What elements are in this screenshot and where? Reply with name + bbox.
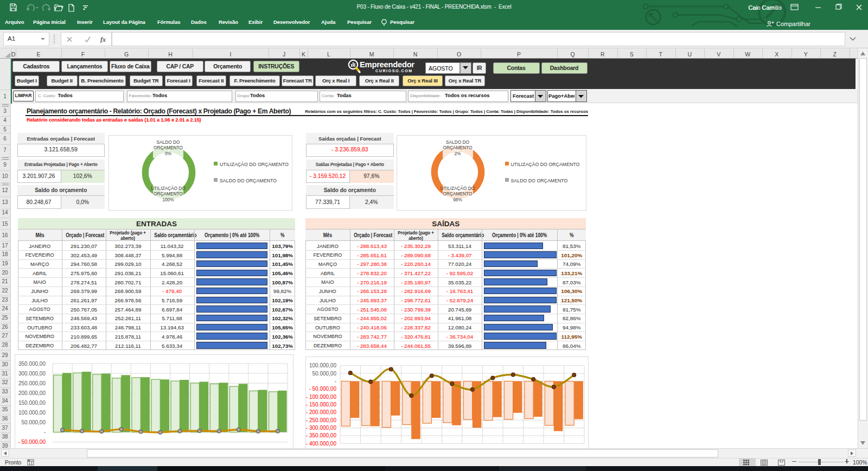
- svg-text:- 100.000,00: - 100.000,00: [306, 394, 337, 400]
- svg-text:- 250.000,00: - 250.000,00: [306, 417, 337, 423]
- svg-text:- 400.000,00: - 400.000,00: [306, 441, 337, 447]
- svg-text:-: -: [44, 429, 46, 435]
- svg-text:100.000,00: 100.000,00: [18, 410, 46, 416]
- svg-text:- 200.000,00: - 200.000,00: [306, 409, 337, 415]
- svg-text:100.000,00: 100.000,00: [309, 362, 336, 368]
- svg-text:50.000,00: 50.000,00: [22, 419, 46, 425]
- svg-text:- 50.000,00: - 50.000,00: [309, 386, 336, 392]
- svg-text:200.000,00: 200.000,00: [18, 390, 46, 396]
- svg-text:300.000,00: 300.000,00: [18, 371, 46, 377]
- svg-text:- 50.000,00: - 50.000,00: [18, 439, 46, 445]
- svg-text:- 300.000,00: - 300.000,00: [306, 425, 337, 431]
- svg-text:-: -: [335, 378, 336, 384]
- svg-text:- 350.000,00: - 350.000,00: [306, 432, 337, 438]
- svg-text:50.000,00: 50.000,00: [312, 371, 337, 377]
- svg-text:350.000,00: 350.000,00: [18, 361, 46, 367]
- svg-text:150.000,00: 150.000,00: [18, 400, 46, 406]
- svg-text:fx: fx: [100, 36, 106, 43]
- svg-text:250.000,00: 250.000,00: [18, 380, 46, 386]
- svg-text:- 150.000,00: - 150.000,00: [306, 402, 337, 408]
